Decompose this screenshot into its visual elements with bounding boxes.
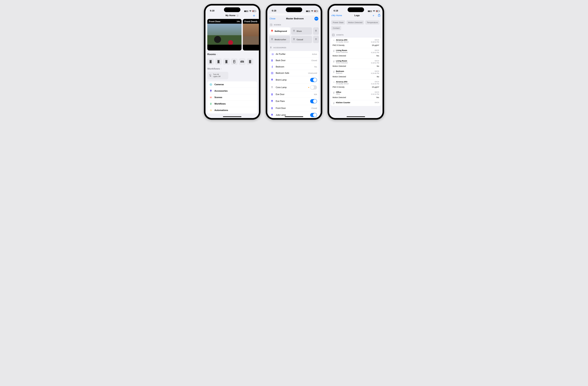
accessory-row[interactable]: Brent Lamp [269,76,319,84]
room-tile[interactable] [239,58,246,65]
event-value: No [377,65,379,67]
aq-icon [333,39,336,42]
screen: 6:18 ▮▮▯▯ 14 Close Master Bedroom ••• ▶ … [267,5,321,118]
workflow-card[interactable]: Turn All Lights Off [207,72,228,79]
svg-rect-30 [272,60,273,61]
menu-row-accessories[interactable]: Accessories [207,88,257,94]
menu-row-automations[interactable]: Automations [207,107,257,113]
home-indicator[interactable] [347,116,365,117]
event-timestamp: 6/4/246:18:51 PM [371,60,379,64]
event-row[interactable]: Airversa AP2Air Quality Sensor6/4/246:18… [331,38,381,48]
close-button[interactable]: Close [270,17,275,20]
svg-point-55 [334,102,334,102]
accessory-row[interactable]: BedroomYes [269,64,319,70]
dynamic-island [224,7,240,12]
filter-chip[interactable]: Motion Detected [346,20,364,25]
menu-row-workflows[interactable]: Workflows [207,101,257,107]
status-time: 6:18 [334,9,338,12]
camera-card[interactable]: Front Doorb [243,19,259,50]
event-metric: Motion Detected [333,55,346,57]
motion-icon [333,70,336,73]
accessory-row[interactable]: Julie Lamp [269,111,319,118]
home-indicator[interactable] [285,116,303,117]
scene-tile-more[interactable] [313,36,319,43]
dynamic-island [348,7,364,12]
accessory-name: Brent Lamp [274,79,310,81]
room-tile[interactable] [223,58,230,65]
lightbulb-icon [293,30,295,32]
room-tile[interactable] [231,58,238,65]
menu-row-cameras[interactable]: Cameras [207,81,257,88]
more-button[interactable]: ••• [315,17,318,21]
event-row[interactable]: BedroomBedroom6/4/246:18:46 PMMotion Det… [331,69,381,79]
screen: 6:18 ▮▮▯▯ 14 My Home ⌄ ＋ [206,5,259,118]
camera-carousel[interactable]: Front Door 14s Front Doorb [207,19,257,50]
svg-point-47 [334,71,334,71]
filter-chip[interactable]: Power State [331,20,345,25]
scene-tile[interactable]: Casual [291,36,312,43]
motion-icon [271,65,274,68]
scene-tile[interactable]: Beatcrusher [269,36,290,43]
event-timestamp: 6/4/24 [375,102,379,103]
event-metric: Motion Detected [333,76,346,78]
camera-card[interactable]: Front Door 14s [207,19,242,50]
event-row[interactable]: Airversa AP2Air Quality Sensor6/4/246:18… [331,80,381,90]
event-list[interactable]: Airversa AP2Air Quality Sensor6/4/246:18… [331,38,381,106]
home-selector[interactable]: My Home ⌄ [226,14,239,17]
event-row[interactable]: Living RoomMotion Detection6/4/246:18:51… [331,59,381,69]
event-timestamp: 6/4/246:18:46 PM [371,70,379,74]
content-scroll[interactable]: Front Door 14s Front Doorb Rooms › [206,19,259,118]
back-button[interactable]: ‹ My Home [331,14,342,17]
accessory-row[interactable]: Bedroom SafeUnsecured [269,70,319,76]
rooms-heading[interactable]: Rooms › [207,53,257,56]
menu-label: Cameras [214,83,224,86]
event-row[interactable]: Living RoomMotion Detection6/4/246:18:52… [331,48,381,58]
accessory-row[interactable]: Cono Lamp [269,84,319,91]
workflow-label: Turn All Lights Off [213,73,220,78]
event-subtitle: Motion Detection [336,62,371,64]
toggle-switch[interactable] [310,85,317,90]
event-metric: Motion Detected [333,65,346,67]
add-button[interactable]: ＋ [372,14,375,18]
accessory-name: Front Door [274,107,311,109]
room-tile[interactable] [207,58,214,65]
screen: 6:18 ▮▮▯▯ 14 ‹ My Home Logs ＋ Power Stat… [329,5,382,118]
scene-tile-more[interactable] [313,27,319,35]
accessory-row[interactable]: Back DoorClosed [269,57,319,64]
svg-point-54 [334,92,334,92]
accessory-row[interactable]: Eve DoorN/A [269,91,319,98]
event-row[interactable]: OfficeOffice6/4/246:18:32 PMMotion Detec… [331,90,381,100]
lightbulb-icon [293,38,295,41]
scene-tile[interactable]: Battleground [269,27,290,35]
add-button[interactable]: ＋ [252,13,256,18]
scene-tile[interactable]: Blaze [291,27,312,35]
svg-point-45 [334,50,334,50]
accessory-row[interactable]: ▤Air PurifierActive [269,51,319,57]
scenes-heading: ▶ SCENES [269,23,319,27]
share-button[interactable] [378,14,380,18]
sheet-title: Master Bedroom [286,17,304,20]
accessory-row[interactable]: Eve Flare [269,98,319,105]
event-row[interactable]: Kitchen Counter6/4/24 [331,100,381,106]
workflows-heading[interactable]: Workflows › [207,67,257,70]
filter-chip[interactable]: Temperature [365,20,379,25]
filter-chip[interactable]: Contact [331,26,341,30]
toggle-switch[interactable] [310,99,317,103]
filter-chips: Power StateMotion DetectedTemperatureCon… [329,19,382,31]
menu-row-scenes[interactable]: Scenes [207,94,257,101]
accessory-row[interactable]: Front DoorClosed [269,105,319,111]
sheet-body[interactable]: ▶ SCENES BattlegroundBlazeBeatcrusherCas… [267,22,321,118]
toggle-switch[interactable] [310,78,317,82]
room-tile[interactable] [215,58,222,65]
home-indicator[interactable] [223,116,241,117]
event-value: Yes [376,96,379,99]
accessory-status: Active [312,53,317,55]
accessory-name: Julie Lamp [274,114,310,116]
room-tile-row[interactable] [207,58,257,65]
event-value: Yes [376,55,379,57]
nav-bar: My Home ⌄ ＋ [206,13,259,19]
svg-rect-35 [272,93,273,95]
phone-home-dashboard: 6:18 ▮▮▯▯ 14 My Home ⌄ ＋ [204,4,260,120]
toggle-switch[interactable] [310,113,317,117]
room-tile[interactable] [247,58,253,65]
